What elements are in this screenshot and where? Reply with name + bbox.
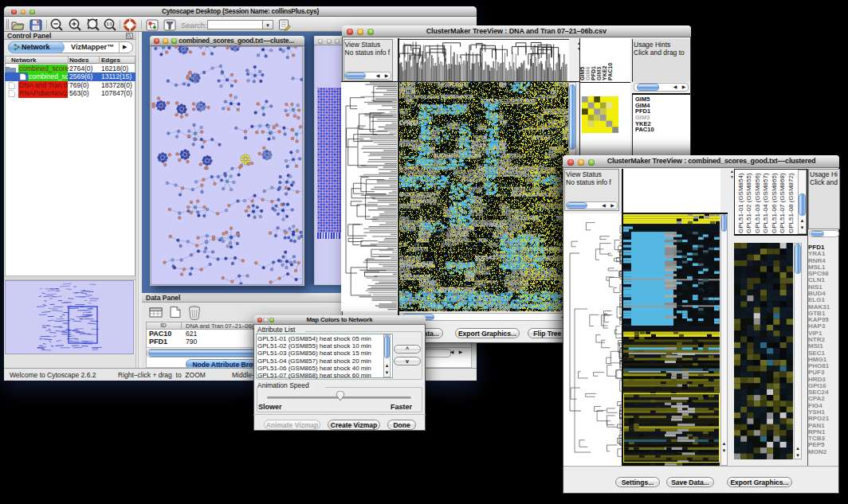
svg-text:GPL51-01 (GSM854): GPL51-01 (GSM854) [737, 173, 744, 233]
svg-text:GPL51-02 (GSM855): GPL51-02 (GSM855) [745, 173, 752, 233]
svg-text:1:1: 1:1 [106, 21, 112, 26]
svg-text:GPL51-04 (GSM857): GPL51-04 (GSM857) [762, 173, 769, 233]
svg-text:GPL51-08 (GSM872): GPL51-08 (GSM872) [787, 173, 795, 233]
svg-text:GIM4: GIM4 [585, 66, 591, 80]
svg-text:GIM5: GIM5 [579, 66, 585, 80]
svg-text:GPL51-06 (GSM865): GPL51-06 (GSM865) [771, 173, 778, 233]
svg-text:GPL51-03 (GSM856): GPL51-03 (GSM856) [754, 173, 761, 233]
svg-text:PFD1: PFD1 [591, 66, 596, 80]
svg-text:PAC10: PAC10 [635, 126, 654, 133]
svg-text:MON2: MON2 [808, 448, 827, 455]
svg-text:GPL51-07 (GSM868): GPL51-07 (GSM868) [779, 173, 786, 233]
svg-text:PAC10: PAC10 [607, 62, 613, 80]
svg-text:GIM3: GIM3 [596, 66, 602, 80]
svg-text:YKE2: YKE2 [602, 65, 607, 80]
